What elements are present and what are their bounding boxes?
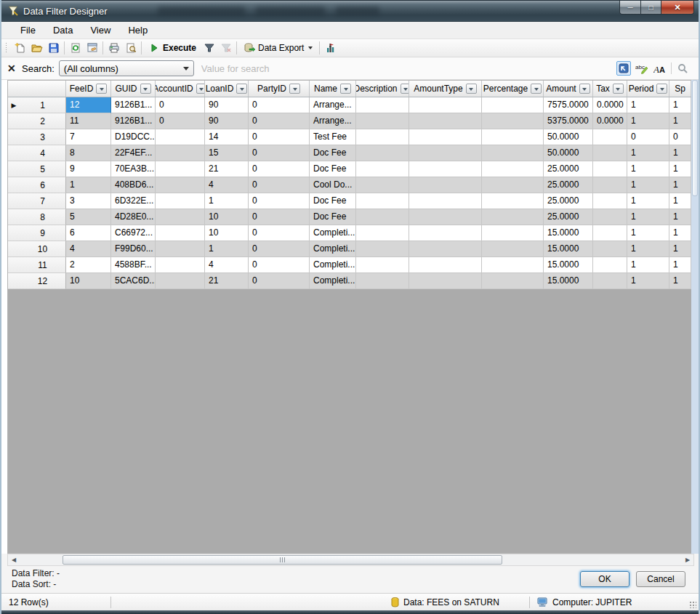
column-header-partyid[interactable]: PartyID — [249, 81, 310, 97]
grid-cell[interactable]: 15.0000 — [544, 273, 593, 289]
vertical-scrollbar-thumb[interactable] — [692, 80, 698, 196]
column-header-guid[interactable]: GUID — [111, 81, 156, 97]
grid-cell[interactable] — [593, 161, 627, 177]
grid-cell[interactable]: 1 — [627, 177, 669, 193]
grid-cell[interactable]: 1 — [627, 209, 669, 225]
grid-cell[interactable]: 9 — [66, 161, 111, 177]
grid-cell[interactable]: 1 — [66, 177, 111, 193]
ok-button[interactable]: OK — [580, 571, 629, 587]
column-header-period[interactable]: Period — [627, 81, 669, 97]
grid-cell[interactable]: 4 — [205, 257, 249, 273]
grid-cell[interactable]: 0.0000 — [593, 113, 627, 129]
grid-cell[interactable]: 0 — [249, 273, 310, 289]
grid-cell[interactable]: Completi... — [310, 257, 356, 273]
grid-cell[interactable] — [409, 241, 482, 257]
table-row[interactable]: 37D19DCC...140Test Fee50.000000 — [8, 129, 691, 145]
grid-cell[interactable]: 7575.0000 — [544, 97, 593, 113]
row-header[interactable]: ▶1 — [8, 97, 66, 113]
grid-cell[interactable]: 21 — [205, 161, 249, 177]
grid-cell[interactable]: 1 — [669, 273, 691, 289]
horizontal-scrollbar[interactable]: ◀ ▶ — [7, 554, 694, 566]
grid-cell[interactable] — [156, 129, 205, 145]
open-button[interactable] — [28, 40, 45, 56]
grid-cell[interactable]: 0 — [156, 113, 205, 129]
grid-cell[interactable]: D19DCC... — [111, 129, 156, 145]
grid-cell[interactable]: 1 — [627, 193, 669, 209]
table-row[interactable]: 2119126B1...0900Arrange...5375.00000.000… — [8, 113, 691, 129]
refresh-button[interactable] — [67, 40, 84, 56]
grid-cell[interactable]: Arrange... — [310, 113, 356, 129]
grid-cell[interactable]: 0 — [627, 129, 669, 145]
data-export-button[interactable]: Data Export — [239, 40, 317, 56]
grid-cell[interactable]: 1 — [669, 209, 691, 225]
grid-cell[interactable] — [356, 177, 409, 193]
grid-cell[interactable]: F99D60... — [111, 241, 156, 257]
grid-cell[interactable]: 90 — [205, 97, 249, 113]
grid-cell[interactable] — [593, 129, 627, 145]
grid-cell[interactable] — [409, 193, 482, 209]
save-button[interactable] — [45, 40, 62, 56]
grid-cell[interactable]: 5375.0000 — [544, 113, 593, 129]
grid-cell[interactable]: 15.0000 — [544, 225, 593, 241]
print-preview-button[interactable] — [122, 40, 139, 56]
grid-cell[interactable] — [482, 209, 544, 225]
minimize-button[interactable]: ─ — [619, 1, 640, 15]
grid-cell[interactable] — [156, 177, 205, 193]
grid-cell[interactable]: 0.0000 — [593, 97, 627, 113]
maximize-button[interactable]: □ — [640, 1, 661, 15]
grid-cell[interactable] — [482, 161, 544, 177]
table-row[interactable]: 61408BD6...40Cool Do...25.000011 — [8, 177, 691, 193]
grid-cell[interactable]: 0 — [249, 129, 310, 145]
grid-cell[interactable]: C66972... — [111, 225, 156, 241]
column-header-sp[interactable]: Sp — [669, 81, 691, 97]
table-row[interactable]: 104F99D60...10Completi...15.000011 — [8, 241, 691, 257]
column-filter-button[interactable] — [531, 84, 542, 94]
column-filter-button[interactable] — [656, 84, 667, 94]
grid-cell[interactable]: 1 — [627, 241, 669, 257]
column-header-name[interactable]: Name — [310, 81, 356, 97]
grid-cell[interactable] — [482, 241, 544, 257]
grid-cell[interactable] — [356, 97, 409, 113]
row-header[interactable]: 4 — [8, 145, 66, 161]
row-header[interactable]: 3 — [8, 129, 66, 145]
grid-cell[interactable]: 10 — [205, 225, 249, 241]
grid-cell[interactable]: 0 — [249, 257, 310, 273]
grid-cell[interactable] — [409, 145, 482, 161]
row-header[interactable]: 7 — [8, 193, 66, 209]
table-row[interactable]: 854D28E0...100Doc Fee25.000011 — [8, 209, 691, 225]
grid-cell[interactable]: 25.0000 — [544, 161, 593, 177]
row-header[interactable]: 11 — [8, 257, 66, 273]
grid-cell[interactable] — [156, 257, 205, 273]
properties-button[interactable] — [84, 40, 100, 56]
grid-cell[interactable] — [409, 129, 482, 145]
grid-cell[interactable] — [356, 225, 409, 241]
column-filter-button[interactable] — [140, 84, 151, 94]
grid-cell[interactable]: 6D322E... — [111, 193, 156, 209]
grid-cell[interactable]: 4D28E0... — [111, 209, 156, 225]
grid-cell[interactable]: 70EA3B... — [111, 161, 156, 177]
grid-cell[interactable]: Cool Do... — [310, 177, 356, 193]
grid-cell[interactable]: 408BD6... — [111, 177, 156, 193]
grid-cell[interactable] — [356, 129, 409, 145]
resize-grip[interactable] — [689, 601, 696, 608]
grid-cell[interactable] — [593, 241, 627, 257]
filter-button[interactable] — [201, 40, 217, 56]
grid-cell[interactable] — [593, 257, 627, 273]
grid-cell[interactable]: 1 — [669, 193, 691, 209]
row-header[interactable]: 9 — [8, 225, 66, 241]
grid-cell[interactable] — [156, 209, 205, 225]
column-filter-button[interactable] — [340, 84, 351, 94]
grid-cell[interactable]: 1 — [205, 193, 249, 209]
grid-cell[interactable] — [593, 273, 627, 289]
grid-cell[interactable] — [482, 257, 544, 273]
table-row[interactable]: 4822F4EF...150Doc Fee50.000011 — [8, 145, 691, 161]
grid-cell[interactable]: 0 — [249, 209, 310, 225]
column-filter-button[interactable] — [196, 84, 205, 94]
table-row[interactable]: 736D322E...10Doc Fee25.000011 — [8, 193, 691, 209]
chart-button[interactable] — [322, 40, 339, 56]
column-header-feeid[interactable]: FeeID — [66, 81, 111, 97]
grid-cell[interactable] — [593, 225, 627, 241]
grid-cell[interactable]: 25.0000 — [544, 177, 593, 193]
grid-cell[interactable]: 0 — [249, 113, 310, 129]
cancel-button[interactable]: Cancel — [636, 571, 685, 587]
